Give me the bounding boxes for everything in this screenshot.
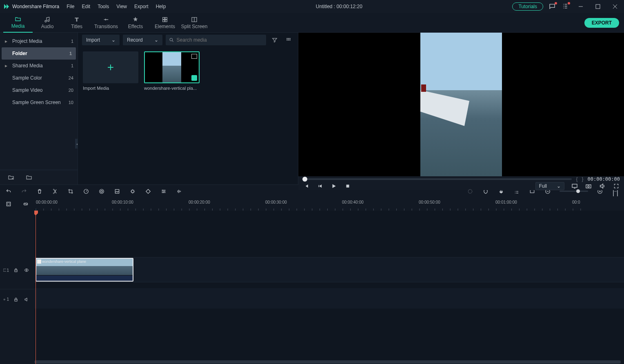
svg-point-9 xyxy=(100,189,104,193)
scrubber-thumb[interactable] xyxy=(302,177,307,182)
play-icon[interactable] xyxy=(330,182,338,190)
zoom-slider[interactable] xyxy=(560,191,588,192)
split-icon[interactable] xyxy=(51,188,59,195)
search-input[interactable] xyxy=(177,37,263,43)
track-mute-icon[interactable] xyxy=(23,296,30,303)
export-button[interactable]: EXPORT xyxy=(584,18,619,28)
maximize-button[interactable] xyxy=(592,2,604,11)
close-button[interactable] xyxy=(609,2,621,11)
svg-rect-23 xyxy=(15,299,17,301)
menu-edit[interactable]: Edit xyxy=(82,4,91,9)
record-dropdown[interactable]: Record⌄ xyxy=(123,35,162,45)
color-icon[interactable] xyxy=(98,188,105,195)
menu-view[interactable]: View xyxy=(116,4,127,9)
zoom-thumb[interactable] xyxy=(576,189,580,193)
timeline-clip[interactable]: wondershare-vertical plane xyxy=(36,258,133,282)
import-dropdown[interactable]: Import⌄ xyxy=(82,35,120,45)
sidebar-item-shared-media[interactable]: ▸Shared Media1 xyxy=(0,60,78,72)
ruler-label: 00:00:40:00 xyxy=(342,200,364,204)
step-back-icon[interactable] xyxy=(316,182,324,190)
video-lane[interactable]: wondershare-vertical plane xyxy=(34,257,624,282)
menu-tools[interactable]: Tools xyxy=(98,4,109,9)
display-icon[interactable] xyxy=(571,182,578,190)
preview-scrubber[interactable] xyxy=(302,178,572,180)
sidebar-item-folder[interactable]: Folder1 xyxy=(2,47,76,60)
ruler-ticks xyxy=(34,206,624,211)
redo-icon[interactable] xyxy=(20,188,28,195)
tasks-icon[interactable] xyxy=(562,3,569,10)
timeline-link-icon[interactable] xyxy=(22,200,29,208)
menu-export[interactable]: Export xyxy=(134,4,149,9)
sidebar-item-sample-green[interactable]: Sample Green Screen10 xyxy=(0,96,78,109)
timeline: 00:00:00:00 00:00:10:00 00:00:20:00 00:0… xyxy=(0,198,624,364)
audio-track-head: 1 xyxy=(0,289,34,309)
tab-splitscreen[interactable]: Split Screen xyxy=(180,13,209,33)
timeline-ruler[interactable]: 00:00:00:00 00:00:10:00 00:00:20:00 00:0… xyxy=(34,198,624,211)
module-tabs-row: Media Audio Titles Transitions Effects E… xyxy=(0,13,624,33)
sidebar-item-sample-video[interactable]: Sample Video20 xyxy=(0,84,78,96)
adjust-icon[interactable] xyxy=(160,188,167,195)
sidebar-item-sample-color[interactable]: Sample Color24 xyxy=(0,72,78,84)
tab-titles[interactable]: Titles xyxy=(62,13,91,33)
svg-rect-21 xyxy=(15,270,17,272)
mark-in-icon[interactable]: { xyxy=(576,176,577,182)
tab-audio-label: Audio xyxy=(41,24,54,29)
folder-icon[interactable] xyxy=(24,172,34,183)
timeline-scrollbar[interactable] xyxy=(34,360,621,364)
svg-point-13 xyxy=(468,189,472,193)
speed-icon[interactable] xyxy=(82,188,90,195)
media-clip-label: wondershare-vertical pla... xyxy=(144,86,200,91)
import-label: Import xyxy=(86,37,100,43)
delete-icon[interactable] xyxy=(36,188,43,195)
track-lock-icon[interactable] xyxy=(12,296,20,303)
track-visible-icon[interactable] xyxy=(23,266,30,274)
track-lock-icon[interactable] xyxy=(12,266,20,274)
import-media-tile[interactable]: + Import Media xyxy=(83,51,138,91)
filter-icon[interactable] xyxy=(269,35,280,45)
playhead[interactable] xyxy=(36,211,36,364)
grid-view-icon[interactable] xyxy=(283,35,294,45)
media-sidebar: ▸Project Media1 Folder1 ▸Shared Media1 S… xyxy=(0,33,78,184)
menu-file[interactable]: File xyxy=(67,4,74,9)
fullscreen-icon[interactable] xyxy=(613,182,620,190)
timeline-snap-icon[interactable] xyxy=(5,200,12,208)
motion-track-icon[interactable] xyxy=(129,188,136,195)
mark-out-icon[interactable]: } xyxy=(582,176,584,182)
audio-lane[interactable] xyxy=(34,288,624,309)
prev-frame-icon[interactable] xyxy=(302,182,310,190)
svg-rect-18 xyxy=(7,202,10,206)
search-media-box[interactable] xyxy=(166,35,266,45)
media-clip-tile[interactable]: wondershare-vertical pla... xyxy=(144,51,200,91)
minimize-button[interactable] xyxy=(575,2,586,11)
tab-elements-label: Elements xyxy=(155,24,175,29)
snapshot-icon[interactable] xyxy=(585,182,592,190)
tutorials-button[interactable]: Tutorials xyxy=(512,2,543,11)
project-title: Untitled : 00:00:12:20 xyxy=(166,4,512,9)
messages-icon[interactable] xyxy=(549,3,556,10)
tab-audio[interactable]: Audio xyxy=(33,13,62,33)
tab-effects[interactable]: Effects xyxy=(121,13,150,33)
tab-elements[interactable]: Elements xyxy=(150,13,180,33)
stop-icon[interactable] xyxy=(344,182,351,190)
timeline-track-area[interactable]: wondershare-vertical plane xyxy=(34,211,624,364)
audio-enhance-icon[interactable] xyxy=(175,188,183,195)
sidebar-item-project-media[interactable]: ▸Project Media1 xyxy=(0,35,78,47)
preview-quality-dropdown[interactable]: Full⌄ xyxy=(535,182,564,190)
import-media-label: Import Media xyxy=(83,86,138,91)
render-icon[interactable] xyxy=(466,188,474,195)
new-folder-icon[interactable] xyxy=(6,172,16,183)
sidebar-count: 1 xyxy=(69,51,72,56)
plus-icon: + xyxy=(107,61,114,74)
crop-icon[interactable] xyxy=(67,188,74,195)
sidebar-label: Shared Media xyxy=(11,63,71,69)
volume-icon[interactable] xyxy=(599,182,606,190)
sidebar-count: 1 xyxy=(71,63,73,68)
green-screen-icon[interactable] xyxy=(113,188,121,195)
keyframe-icon[interactable] xyxy=(144,188,152,195)
preview-viewport[interactable] xyxy=(298,33,624,176)
undo-icon[interactable] xyxy=(5,188,12,195)
menu-help[interactable]: Help xyxy=(156,4,166,9)
tab-transitions[interactable]: Transitions xyxy=(91,13,121,33)
tab-media[interactable]: Media xyxy=(3,13,33,33)
svg-point-22 xyxy=(26,270,27,271)
